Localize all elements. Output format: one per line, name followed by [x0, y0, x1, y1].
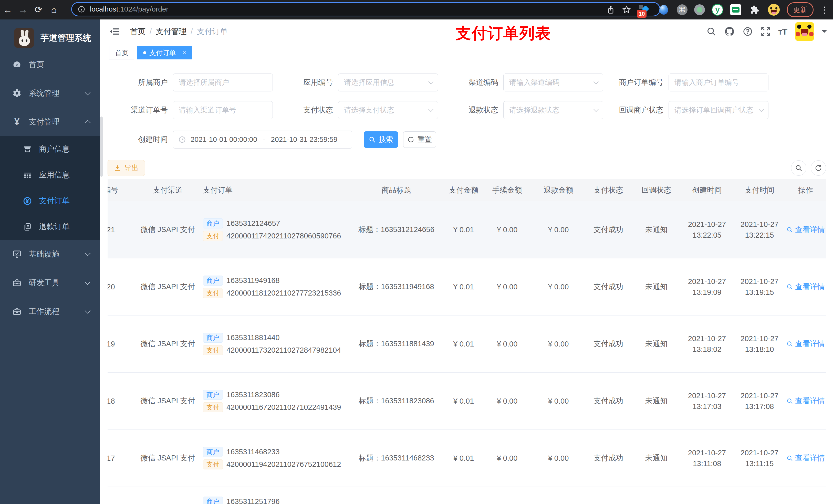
- channel-code-select[interactable]: 请输入渠道编码: [503, 73, 603, 91]
- channel-pay-no: 4200001181202110277723215336: [227, 289, 341, 297]
- breadcrumb-home[interactable]: 首页: [130, 26, 145, 37]
- action-label: 查看详情: [795, 453, 825, 463]
- extension-y-icon[interactable]: y: [712, 4, 723, 16]
- toggle-search-button[interactable]: [791, 160, 806, 176]
- pay-time: 2021-10-2713:22:15: [734, 219, 785, 240]
- sidebar-item-app-info[interactable]: 应用信息: [0, 162, 100, 188]
- avatar-caret-icon[interactable]: [822, 30, 827, 35]
- pay-order-cell: 商户1635312124657 支付4200001174202110278060…: [200, 216, 347, 243]
- extension-chat-icon[interactable]: [730, 4, 741, 15]
- address-bar[interactable]: localhost:1024/pay/order: [71, 2, 660, 16]
- sidebar-fold-icon[interactable]: [109, 26, 120, 37]
- extension-emoji-icon[interactable]: [767, 3, 780, 16]
- url-host: localhost: [90, 5, 118, 13]
- pay-time: 2021-10-2713:18:10: [734, 333, 785, 355]
- forward-icon[interactable]: →: [15, 4, 31, 15]
- home-icon[interactable]: ⌂: [46, 4, 62, 15]
- pay-tag: 支付: [203, 345, 223, 355]
- font-size-icon[interactable]: TT: [779, 27, 787, 37]
- site-info-icon[interactable]: [78, 5, 85, 13]
- pay-order-cell: 商户1635311468233 支付4200001194202110276752…: [200, 444, 347, 472]
- github-icon[interactable]: [724, 26, 735, 37]
- tab-home[interactable]: 首页: [109, 46, 134, 59]
- breadcrumb: 首页 / 支付管理 / 支付订单: [130, 26, 228, 37]
- view-detail-link[interactable]: 查看详情: [786, 224, 825, 235]
- reload-icon[interactable]: ⟳: [31, 4, 46, 15]
- col-fee: 手续金额: [481, 185, 533, 195]
- header-actions: TT: [706, 20, 827, 44]
- extension-kit-icon[interactable]: 10: [638, 3, 651, 16]
- extension-record-icon[interactable]: [694, 4, 705, 15]
- sidebar-item-merchant-info[interactable]: 商户信息: [0, 136, 100, 162]
- sidebar-item-payment[interactable]: ¥ 支付管理: [0, 107, 100, 136]
- content-scrollbar-thumb[interactable]: [100, 117, 103, 177]
- sidebar: 芋道管理系统 首页 系统管理 ¥ 支付管理 商户信息: [0, 20, 100, 504]
- sidebar-item-label: 工作流程: [29, 306, 60, 317]
- avatar[interactable]: [795, 22, 814, 41]
- notify-status-select[interactable]: 请选择订单回调商户状态: [669, 101, 768, 119]
- create-time: 2021-10-2713:19:09: [680, 276, 734, 297]
- col-pay-time: 支付时间: [734, 185, 785, 195]
- channel-order-no-input[interactable]: 请输入渠道订单号: [173, 101, 273, 119]
- tab-pay-order[interactable]: 支付订单 ×: [137, 46, 192, 59]
- close-icon[interactable]: ×: [183, 49, 186, 56]
- merchant-order-no-input[interactable]: 请输入商户订单编号: [669, 73, 768, 91]
- search-icon[interactable]: [706, 26, 716, 37]
- col-amount: 支付金额: [446, 185, 481, 195]
- extensions-puzzle-icon[interactable]: [748, 3, 761, 16]
- pay-status: 支付成功: [584, 453, 633, 463]
- refund-amount: ¥ 0.00: [533, 340, 584, 348]
- export-button[interactable]: 导出: [108, 160, 145, 176]
- toolbox-icon: [12, 306, 22, 316]
- back-icon[interactable]: ←: [0, 4, 15, 15]
- field-label: 渠道编码: [438, 77, 498, 88]
- order-id: 20: [108, 283, 136, 291]
- app-title: 芋道管理系统: [41, 32, 91, 44]
- extension-command-icon[interactable]: ⌘: [677, 4, 688, 15]
- view-detail-link[interactable]: 查看详情: [786, 453, 825, 463]
- bookmark-star-icon[interactable]: [622, 5, 631, 14]
- view-detail-link[interactable]: 查看详情: [786, 339, 825, 349]
- search-button[interactable]: 搜索: [364, 131, 398, 148]
- date-range-input[interactable]: 2021-10-01 00:00:00 - 2021-10-31 23:59:5…: [173, 130, 352, 148]
- pay-status-select[interactable]: 请选择支付状态: [338, 101, 438, 119]
- active-dot: [143, 51, 146, 54]
- button-label: 搜索: [379, 135, 393, 144]
- view-detail-link[interactable]: 查看详情: [786, 282, 825, 292]
- help-icon[interactable]: [743, 26, 753, 37]
- view-detail-link[interactable]: 查看详情: [786, 396, 825, 406]
- breadcrumb-pay[interactable]: 支付管理: [156, 26, 187, 37]
- share-icon[interactable]: [606, 5, 615, 14]
- col-notify: 回调状态: [633, 185, 680, 195]
- reset-button[interactable]: 重置: [403, 131, 436, 148]
- col-id: 编号: [108, 185, 136, 195]
- button-label: 重置: [418, 135, 432, 144]
- browser-menu-icon[interactable]: ⋮: [820, 5, 829, 15]
- refund-status-select[interactable]: 请选择退款状态: [503, 101, 603, 119]
- extension-balloon-icon[interactable]: [657, 3, 670, 16]
- app-select[interactable]: 请选择应用信息: [338, 73, 438, 91]
- sidebar-item-label: 基础设施: [29, 249, 60, 259]
- sidebar-item-system[interactable]: 系统管理: [0, 79, 100, 107]
- placeholder: 请选择支付状态: [344, 105, 394, 115]
- sidebar-item-home[interactable]: 首页: [0, 50, 100, 79]
- app-logo-row[interactable]: 芋道管理系统: [0, 20, 100, 50]
- refresh-button[interactable]: [811, 160, 826, 176]
- filter-channel-code: 渠道编码 请输入渠道编码: [438, 73, 603, 91]
- fullscreen-icon[interactable]: [761, 26, 771, 37]
- sidebar-item-label: 退款订单: [39, 221, 70, 232]
- update-button[interactable]: 更新: [787, 2, 813, 17]
- sidebar-item-devtools[interactable]: 研发工具: [0, 268, 100, 297]
- button-label: 导出: [124, 163, 139, 173]
- tab-label: 支付订单: [149, 48, 176, 57]
- sidebar-item-infra[interactable]: 基础设施: [0, 240, 100, 268]
- sidebar-item-refund-order[interactable]: 退款订单: [0, 214, 100, 240]
- sidebar-item-label: 研发工具: [29, 278, 60, 288]
- pay-amount: ¥ 0.01: [446, 340, 481, 348]
- sidebar-item-pay-order[interactable]: 支付订单: [0, 188, 100, 214]
- sidebar-item-workflow[interactable]: 工作流程: [0, 297, 100, 326]
- table-row: 19 微信 JSAPI 支付 商户1635311881440 支付4200001…: [108, 315, 826, 373]
- chevron-down-icon: [759, 107, 764, 112]
- pay-amount: ¥ 0.01: [446, 397, 481, 405]
- merchant-input[interactable]: 请选择所属商户: [173, 73, 273, 91]
